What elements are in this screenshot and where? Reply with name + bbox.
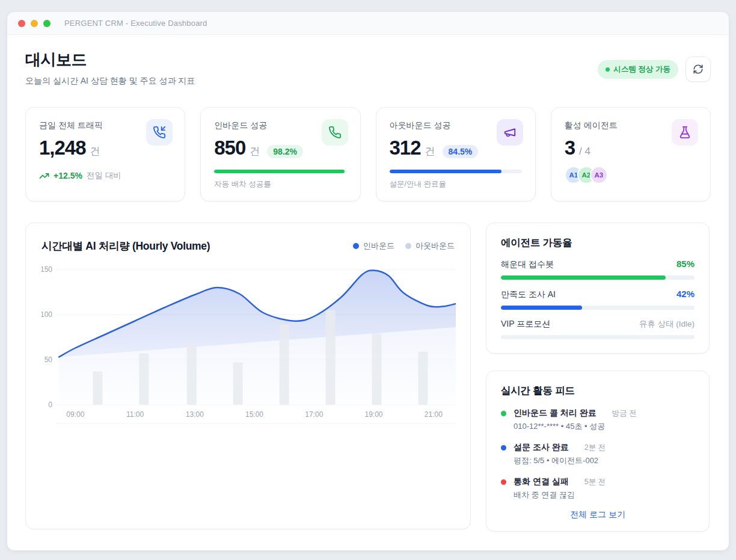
kpi-rate-badge: 84.5% xyxy=(443,145,479,158)
window-minimize-button[interactable] xyxy=(31,20,38,27)
util-track xyxy=(501,275,695,280)
window-titlebar: PERGENT CRM - Executive Dashboard xyxy=(7,12,729,35)
kpi-card-active-agents: 활성 에이전트 3 / 4 A1 A2 A3 xyxy=(551,107,711,202)
util-row-satisfaction: 만족도 조사 AI 42% xyxy=(501,289,695,310)
util-name: 만족도 조사 AI xyxy=(501,289,556,300)
util-track xyxy=(501,306,695,310)
svg-text:11:00: 11:00 xyxy=(126,410,144,419)
util-track xyxy=(501,335,695,339)
svg-text:13:00: 13:00 xyxy=(186,410,204,419)
kpi-value: 312 xyxy=(390,137,421,159)
svg-text:21:00: 21:00 xyxy=(425,410,443,419)
svg-text:17:00: 17:00 xyxy=(305,410,323,419)
util-fill xyxy=(501,275,666,280)
legend-label-inbound: 인바운드 xyxy=(363,241,394,251)
svg-text:50: 50 xyxy=(44,355,53,364)
view-all-logs-link[interactable]: 전체 로그 보기 xyxy=(501,509,695,520)
progress-fill xyxy=(390,170,501,173)
svg-text:19:00: 19:00 xyxy=(364,410,382,419)
util-row-vip-promo: VIP 프로모션 유휴 상태 (Idle) xyxy=(501,319,695,339)
feed-item-time: 방금 전 xyxy=(612,408,637,419)
page-subtitle: 오늘의 실시간 AI 상담 현황 및 주요 성과 지표 xyxy=(25,76,195,87)
chart-legend: 인바운드 아웃바운드 xyxy=(353,241,455,251)
page-title: 대시보드 xyxy=(25,49,195,70)
kpi-delta-value: +12.5% xyxy=(54,171,82,180)
svg-text:0: 0 xyxy=(48,401,52,409)
svg-text:15:00: 15:00 xyxy=(245,410,263,419)
kpi-value: 850 xyxy=(214,137,245,159)
util-name: VIP 프로모션 xyxy=(501,319,550,330)
status-dot xyxy=(606,67,610,72)
svg-text:150: 150 xyxy=(41,265,52,274)
panel-title: 에이전트 가동율 xyxy=(501,236,695,250)
phone-icon xyxy=(322,119,348,146)
kpi-caption: 설문/안내 완료율 xyxy=(390,179,522,189)
phone-incoming-icon xyxy=(146,119,173,146)
util-value: 유휴 상태 (Idle) xyxy=(639,319,695,330)
feed-item-title: 인바운드 콜 처리 완료 xyxy=(514,408,596,419)
progress-track xyxy=(214,170,346,173)
kpi-value: 1,248 xyxy=(39,137,86,159)
feed-item-title: 통화 연결 실패 xyxy=(514,476,569,487)
kpi-value: 3 xyxy=(565,137,575,159)
feed-status-dot xyxy=(501,411,506,416)
kpi-row: 금일 전체 트래픽 1,248 건 +12.5% 전일 대비 인바운드 성공 8… xyxy=(25,107,711,202)
panel-title: 실시간 활동 피드 xyxy=(501,384,695,398)
avatar: A3 xyxy=(590,166,608,184)
agent-utilization-panel: 에이전트 가동율 해운대 접수봇 85% 만족도 조사 AI xyxy=(486,223,710,354)
util-fill xyxy=(501,306,582,310)
refresh-icon xyxy=(693,64,704,75)
feed-item-detail: 평점: 5/5 • 에이전트-002 xyxy=(514,455,606,466)
feed-item-detail: 010-12**-**** • 45초 • 성공 xyxy=(514,421,637,432)
kpi-unit: 건 xyxy=(250,144,260,158)
chart-title: 시간대별 AI 처리량 (Hourly Volume) xyxy=(41,239,210,253)
status-badge-label: 시스템 정상 가동 xyxy=(614,64,670,75)
flask-icon xyxy=(672,119,698,146)
feed-item: 인바운드 콜 처리 완료 방금 전 010-12**-**** • 45초 • … xyxy=(501,408,695,432)
util-row-haeundae: 해운대 접수봇 85% xyxy=(501,259,695,280)
util-name: 해운대 접수봇 xyxy=(501,259,554,270)
util-value: 85% xyxy=(676,259,695,269)
window-close-button[interactable] xyxy=(18,20,25,27)
kpi-unit: / 4 xyxy=(579,146,590,158)
kpi-delta-caption: 전일 대비 xyxy=(87,170,121,181)
feed-status-dot xyxy=(501,445,506,451)
kpi-card-inbound-success: 인바운드 성공 850 건 98.2% 자동 배차 성공률 xyxy=(200,107,360,202)
megaphone-icon xyxy=(497,119,523,146)
trending-up-icon xyxy=(39,171,49,181)
kpi-card-total-traffic: 금일 전체 트래픽 1,248 건 +12.5% 전일 대비 xyxy=(25,107,185,202)
svg-text:09:00: 09:00 xyxy=(66,410,84,419)
legend-dot-outbound xyxy=(405,243,411,249)
progress-fill xyxy=(214,170,344,173)
activity-feed-panel: 실시간 활동 피드 인바운드 콜 처리 완료 방금 전 010-12**-***… xyxy=(486,371,710,532)
kpi-caption: 자동 배차 성공률 xyxy=(214,179,346,189)
feed-item: 통화 연결 실패 5분 전 배차 중 연결 끊김 xyxy=(501,476,695,500)
kpi-unit: 건 xyxy=(90,144,100,158)
agent-avatars: A1 A2 A3 xyxy=(565,166,697,184)
system-status-badge: 시스템 정상 가동 xyxy=(598,60,678,79)
window-maximize-button[interactable] xyxy=(43,20,51,27)
dashboard-content: 대시보드 오늘의 실시간 AI 상담 현황 및 주요 성과 지표 시스템 정상 … xyxy=(7,35,729,532)
svg-text:100: 100 xyxy=(41,310,52,319)
feed-item-title: 설문 조사 완료 xyxy=(514,442,569,453)
progress-track xyxy=(390,170,522,173)
page-header: 대시보드 오늘의 실시간 AI 상담 현황 및 주요 성과 지표 시스템 정상 … xyxy=(25,49,711,87)
feed-item: 설문 조사 완료 2분 전 평점: 5/5 • 에이전트-002 xyxy=(501,442,695,466)
hourly-volume-chart: 05010015009:0011:0013:0015:0017:0019:002… xyxy=(41,265,455,431)
kpi-card-outbound-success: 아웃바운드 성공 312 건 84.5% 설문/안내 완료율 xyxy=(376,107,536,202)
kpi-unit: 건 xyxy=(425,144,435,158)
feed-item-time: 2분 전 xyxy=(584,443,606,453)
feed-status-dot xyxy=(501,479,506,485)
app-window: PERGENT CRM - Executive Dashboard 대시보드 오… xyxy=(7,12,729,550)
refresh-button[interactable] xyxy=(685,57,711,82)
window-title: PERGENT CRM - Executive Dashboard xyxy=(64,19,207,28)
feed-item-time: 5분 전 xyxy=(584,477,606,487)
hourly-volume-card: 시간대별 AI 처리량 (Hourly Volume) 인바운드 아웃바운드 0… xyxy=(25,223,471,529)
util-value: 42% xyxy=(676,289,695,299)
legend-dot-inbound xyxy=(353,243,359,249)
legend-label-outbound: 아웃바운드 xyxy=(416,241,455,251)
feed-item-detail: 배차 중 연결 끊김 xyxy=(514,490,606,500)
kpi-rate-badge: 98.2% xyxy=(267,145,303,158)
